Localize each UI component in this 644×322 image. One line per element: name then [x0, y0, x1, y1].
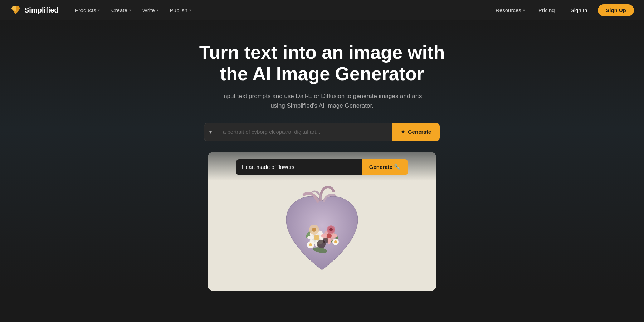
svg-point-19	[332, 234, 337, 238]
svg-point-15	[327, 233, 332, 238]
svg-point-8	[307, 236, 314, 239]
svg-point-30	[329, 228, 333, 231]
nav-products[interactable]: Products ▾	[70, 4, 105, 16]
nav-right-links: Resources ▾ Pricing Sign In Sign Up	[491, 4, 634, 16]
preview-search-input[interactable]	[236, 159, 362, 175]
hero-title: Turn text into an image with the AI Imag…	[197, 42, 447, 85]
search-bar: ▾ ✦ Generate	[204, 123, 440, 141]
preview-generate-button[interactable]: Generate 🔧	[362, 159, 408, 175]
chevron-down-icon: ▾	[157, 8, 158, 12]
signin-button[interactable]: Sign In	[564, 4, 595, 16]
svg-point-5	[314, 235, 319, 240]
style-dropdown[interactable]: ▾	[204, 123, 217, 141]
nav-left-links: Products ▾ Create ▾ Write ▾ Publish ▾	[70, 4, 491, 16]
nav-resources[interactable]: Resources ▾	[491, 4, 530, 16]
nav-pricing[interactable]: Pricing	[533, 4, 560, 16]
svg-point-18	[321, 234, 327, 238]
dropdown-chevron-icon: ▾	[209, 129, 212, 135]
chevron-down-icon: ▾	[98, 8, 100, 12]
nav-create[interactable]: Create ▾	[106, 4, 136, 16]
chevron-down-icon: ▾	[129, 8, 131, 12]
svg-point-25	[323, 238, 328, 243]
svg-point-27	[312, 228, 316, 232]
logo-link[interactable]: Simplified	[10, 4, 59, 16]
heart-svg	[279, 184, 365, 284]
nav-publish[interactable]: Publish ▾	[165, 4, 196, 16]
preview-card: Generate 🔧	[208, 152, 436, 291]
preview-toolbar: Generate 🔧	[236, 159, 408, 175]
logo-icon	[10, 4, 21, 16]
hero-subtitle: Input text prompts and use Dall-E or Dif…	[218, 91, 426, 111]
signup-button[interactable]: Sign Up	[598, 4, 634, 16]
chevron-down-icon: ▾	[189, 8, 191, 12]
wand-icon: ✦	[401, 129, 405, 135]
nav-write[interactable]: Write ▾	[137, 4, 164, 16]
generate-button[interactable]: ✦ Generate	[392, 123, 440, 141]
hero-section: Turn text into an image with the AI Imag…	[0, 20, 644, 291]
svg-point-21	[309, 243, 312, 246]
search-input[interactable]	[217, 123, 392, 141]
svg-point-23	[334, 240, 337, 243]
brand-name: Simplified	[24, 6, 59, 14]
navbar: Simplified Products ▾ Create ▾ Write ▾ P…	[0, 0, 644, 20]
chevron-down-icon: ▾	[523, 8, 525, 12]
